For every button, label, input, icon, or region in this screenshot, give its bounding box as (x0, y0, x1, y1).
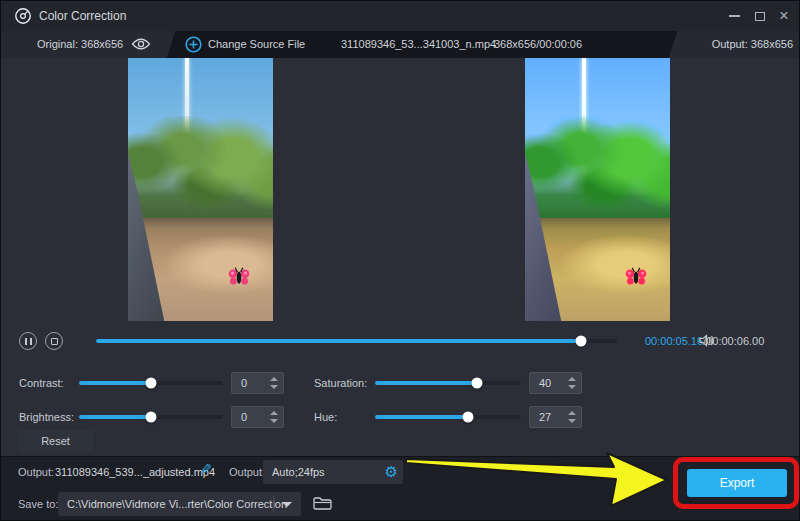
title-bar: Color Correction × (1, 1, 800, 31)
brightness-slider[interactable] (79, 415, 223, 419)
reset-button[interactable]: Reset (18, 430, 93, 452)
brightness-value-box[interactable]: 0 (231, 406, 284, 428)
maximize-icon (755, 12, 765, 21)
dropdown-arrow-icon[interactable] (282, 502, 292, 507)
saturation-label: Saturation: (314, 377, 367, 389)
brightness-thumb[interactable] (146, 412, 157, 423)
contrast-value-box[interactable]: 0 (231, 372, 284, 394)
source-file-info: 368x656/00:00:06 (494, 38, 582, 50)
eye-icon[interactable] (131, 37, 151, 51)
pause-icon (25, 338, 32, 345)
stop-button[interactable] (45, 332, 63, 350)
folder-icon[interactable] (312, 495, 333, 512)
save-path-dropdown[interactable]: C:\Vidmore\Vidmore Vi...rter\Color Corre… (58, 492, 301, 516)
save-path-value: C:\Vidmore\Vidmore Vi...rter\Color Corre… (67, 498, 287, 510)
edit-icon[interactable]: ✎ (200, 461, 212, 477)
spin-down-icon[interactable] (270, 385, 278, 389)
hue-label: Hue: (314, 411, 337, 423)
current-time: 00:00:05.16 (645, 335, 703, 347)
output-file-name: 311089346_539..._adjusted.mp4 (55, 466, 215, 478)
saturation-slider[interactable] (375, 381, 521, 385)
highlight-box-annotation (673, 457, 799, 509)
spin-down-icon[interactable] (270, 419, 278, 423)
change-source-file-button[interactable]: Change Source File (208, 38, 305, 50)
brightness-label: Brightness: (19, 411, 74, 423)
source-file-name: 311089346_53...341003_n.mp4 (341, 38, 496, 50)
save-to-label: Save to: (18, 498, 58, 510)
seek-thumb[interactable] (575, 336, 586, 347)
trees (525, 116, 670, 226)
video-frame (525, 58, 670, 321)
add-source-icon[interactable] (185, 36, 202, 53)
seek-slider[interactable] (96, 339, 617, 343)
spin-up-icon[interactable] (568, 411, 576, 415)
contrast-fill (79, 381, 151, 385)
output-format-select[interactable]: Auto;24fps ⚙ (263, 460, 403, 484)
hue-fill (375, 415, 468, 419)
trees (128, 116, 273, 226)
volume-icon[interactable] (698, 333, 716, 348)
spin-down-icon[interactable] (568, 385, 576, 389)
contrast-thumb[interactable] (146, 378, 157, 389)
brightness-fill (79, 415, 151, 419)
color-correction-window: Color Correction × Original: 368x656 Cha… (0, 0, 800, 521)
brightness-value: 0 (232, 411, 265, 423)
saturation-value-box[interactable]: 40 (529, 372, 582, 394)
hue-value: 27 (530, 411, 563, 423)
video-preview-adjusted (525, 58, 670, 321)
window-title: Color Correction (39, 9, 126, 23)
output-size-label: Output: 368x656 (701, 38, 793, 50)
saturation-thumb[interactable] (472, 378, 483, 389)
video-preview-original (128, 58, 273, 321)
gear-icon[interactable]: ⚙ (385, 462, 398, 482)
contrast-label: Contrast: (19, 377, 64, 389)
video-frame (128, 58, 273, 321)
hue-slider[interactable] (375, 415, 521, 419)
butterfly-sticker (227, 266, 251, 287)
butterfly-sticker (624, 266, 648, 287)
output-format-value: Auto;24fps (272, 466, 325, 478)
minimize-icon (729, 15, 740, 17)
reset-label: Reset (41, 435, 70, 447)
original-size-label: Original: 368x656 (37, 38, 123, 50)
spin-down-icon[interactable] (568, 419, 576, 423)
pause-button[interactable] (19, 332, 37, 350)
close-button[interactable]: × (769, 1, 799, 31)
spin-up-icon[interactable] (270, 411, 278, 415)
seek-progress (96, 339, 581, 343)
stop-icon (51, 338, 58, 345)
source-info-bar: Original: 368x656 Change Source File 311… (1, 31, 800, 58)
dropdown-divider (273, 495, 274, 513)
close-icon: × (779, 7, 788, 25)
arrow-annotation (401, 449, 676, 511)
hue-value-box[interactable]: 27 (529, 406, 582, 428)
contrast-value: 0 (232, 377, 265, 389)
spin-up-icon[interactable] (270, 377, 278, 381)
saturation-fill (375, 381, 477, 385)
color-correction-icon (14, 7, 32, 25)
contrast-slider[interactable] (79, 381, 223, 385)
output-file-label: Output: (18, 466, 54, 478)
saturation-value: 40 (530, 377, 563, 389)
format-label: Output: (229, 466, 265, 478)
hue-thumb[interactable] (463, 412, 474, 423)
spin-up-icon[interactable] (568, 377, 576, 381)
